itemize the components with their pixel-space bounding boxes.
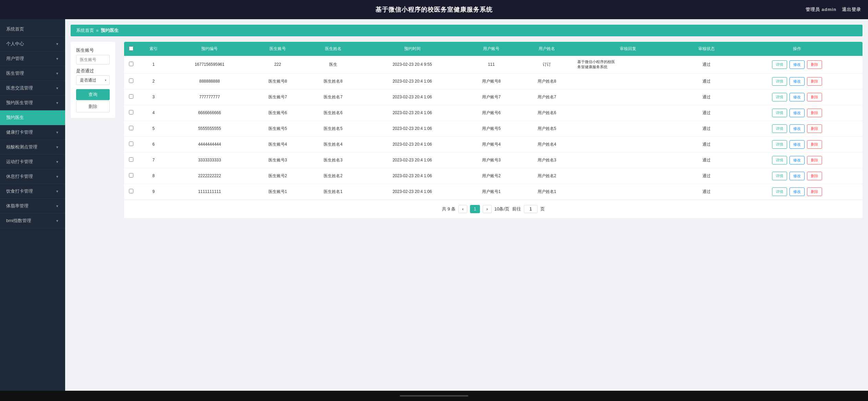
- detail-button[interactable]: 详情: [772, 93, 787, 101]
- search-button[interactable]: 查询: [76, 89, 110, 100]
- sidebar-item-nucleic-acid[interactable]: 核酸检测点管理▼: [0, 140, 65, 155]
- cell-review-content: [575, 121, 681, 136]
- row-checkbox: [124, 105, 138, 121]
- cell-review-content: 基于微信小程序的校医务室健康服务系统: [575, 56, 681, 73]
- edit-button[interactable]: 修改: [789, 156, 805, 165]
- row-select-checkbox[interactable]: [129, 62, 133, 66]
- detail-button[interactable]: 详情: [772, 140, 787, 149]
- cell-booking-time: 2023-02-23 20:4 1:06: [361, 121, 464, 136]
- doctor-no-input[interactable]: [76, 55, 110, 64]
- detail-button[interactable]: 详情: [772, 124, 787, 133]
- filter-panel: 医生账号 是否通过 是否通过通过未通过 查询 删除: [71, 42, 115, 118]
- row-select-checkbox[interactable]: [129, 173, 133, 178]
- row-select-checkbox[interactable]: [129, 157, 133, 162]
- detail-button[interactable]: 详情: [772, 77, 787, 86]
- detail-button[interactable]: 详情: [772, 109, 787, 117]
- edit-button[interactable]: 修改: [789, 77, 805, 86]
- cell-doctor-name: 医生姓名5: [305, 121, 361, 136]
- content-area: 系统首页 ≡ 预约医生 医生账号 是否通过 是否通过通过未通过 查询: [65, 19, 868, 401]
- row-checkbox: [124, 184, 138, 199]
- cell-user-name: 用户姓名2: [519, 168, 575, 184]
- cell-booking-time: 2023-02-23 20:4 1:06: [361, 152, 464, 168]
- row-select-checkbox[interactable]: [129, 94, 133, 99]
- sidebar-item-doctor-management[interactable]: 医生管理▼: [0, 66, 65, 81]
- sidebar-item-exercise-checkin[interactable]: 运动打卡管理▼: [0, 155, 65, 169]
- detail-button[interactable]: 详情: [772, 60, 787, 69]
- edit-button[interactable]: 修改: [789, 60, 805, 69]
- header-booking-no: 预约编号: [169, 42, 250, 56]
- detail-button[interactable]: 详情: [772, 156, 787, 165]
- edit-button[interactable]: 修改: [789, 93, 805, 101]
- edit-button[interactable]: 修改: [789, 172, 805, 180]
- page-1-btn[interactable]: 1: [470, 205, 480, 213]
- reset-button[interactable]: 删除: [76, 101, 110, 112]
- delete-button[interactable]: 删除: [807, 60, 822, 69]
- cell-doctor-name: 医生姓名7: [305, 89, 361, 105]
- delete-button[interactable]: 删除: [807, 172, 822, 180]
- main-content-wrapper: 医生账号 是否通过 是否通过通过未通过 查询 删除: [71, 42, 863, 200]
- cell-user-name: 用户姓名4: [519, 136, 575, 152]
- sidebar-item-appointment-doctor-mgmt[interactable]: 预约医生管理▼: [0, 96, 65, 110]
- edit-button[interactable]: 修改: [789, 187, 805, 196]
- cell-doctor-account: 医生账号3: [250, 152, 305, 168]
- logout-btn[interactable]: 退出登录: [842, 7, 861, 13]
- prev-page-btn[interactable]: ‹: [458, 205, 467, 213]
- sidebar-item-bmi-rate[interactable]: 体脂率管理▼: [0, 199, 65, 214]
- chevron-down-icon: ▼: [56, 131, 59, 134]
- edit-button[interactable]: 修改: [789, 124, 805, 133]
- sidebar-item-medical-exchange[interactable]: 医患交流管理▼: [0, 81, 65, 96]
- header-doctor-account: 医生账号: [250, 42, 305, 56]
- cell-doctor-account: 医生账号7: [250, 89, 305, 105]
- scroll-indicator[interactable]: [400, 395, 468, 397]
- sidebar-item-label: 核酸检测点管理: [6, 144, 37, 150]
- cell-review-content: [575, 73, 681, 89]
- edit-button[interactable]: 修改: [789, 140, 805, 149]
- delete-button[interactable]: 删除: [807, 124, 822, 133]
- sidebar-item-label: bmi指数管理: [6, 218, 31, 224]
- sidebar-item-system-home[interactable]: 系统首页: [0, 22, 65, 37]
- cell-user-account: 用户账号1: [463, 184, 519, 199]
- next-page-btn[interactable]: ›: [483, 205, 492, 213]
- row-checkbox: [124, 168, 138, 184]
- detail-button[interactable]: 详情: [772, 172, 787, 180]
- delete-button[interactable]: 删除: [807, 140, 822, 149]
- sidebar-item-label: 休息打卡管理: [6, 173, 33, 180]
- delete-button[interactable]: 删除: [807, 93, 822, 101]
- page-goto-input[interactable]: [524, 205, 538, 213]
- sidebar-item-label: 个人中心: [6, 41, 24, 47]
- delete-button[interactable]: 删除: [807, 156, 822, 165]
- chevron-down-icon: ▼: [56, 145, 59, 149]
- row-select-checkbox[interactable]: [129, 78, 133, 83]
- select-all-checkbox[interactable]: [129, 46, 133, 51]
- sidebar-item-diet-checkin[interactable]: 饮食打卡管理▼: [0, 184, 65, 199]
- sidebar-item-label: 饮食打卡管理: [6, 188, 33, 194]
- table-row: 9 1111111111 医生账号1 医生姓名1 2023-02-23 20:4…: [124, 184, 863, 199]
- sidebar-item-health-checkin[interactable]: 健康打卡管理▼: [0, 125, 65, 140]
- sidebar-item-personal-center[interactable]: 个人中心▼: [0, 37, 65, 51]
- row-select-checkbox[interactable]: [129, 126, 133, 130]
- cell-booking-time: 2023-02-23 20:4 1:06: [361, 184, 464, 199]
- breadcrumb-home[interactable]: 系统首页: [76, 27, 94, 34]
- sidebar-item-label: 用户管理: [6, 56, 24, 62]
- sidebar-item-rest-checkin[interactable]: 休息打卡管理▼: [0, 169, 65, 184]
- row-select-checkbox[interactable]: [129, 142, 133, 146]
- main-layout: 系统首页个人中心▼用户管理▼医生管理▼医患交流管理▼预约医生管理▼预约医生健康打…: [0, 19, 868, 401]
- row-select-checkbox[interactable]: [129, 189, 133, 193]
- row-select-checkbox[interactable]: [129, 110, 133, 114]
- sidebar-item-bmi-index[interactable]: bmi指数管理▼: [0, 214, 65, 228]
- cell-doctor-name: 医生姓名6: [305, 105, 361, 121]
- chevron-down-icon: ▼: [56, 72, 59, 75]
- sidebar-item-user-management[interactable]: 用户管理▼: [0, 51, 65, 66]
- breadcrumb-sep: ≡: [96, 28, 99, 33]
- sidebar-item-appointment-doctor[interactable]: 预约医生: [0, 110, 65, 125]
- chevron-down-icon: ▼: [56, 42, 59, 46]
- edit-button[interactable]: 修改: [789, 109, 805, 117]
- delete-button[interactable]: 删除: [807, 109, 822, 117]
- is-pass-select[interactable]: 是否通过通过未通过: [76, 75, 110, 85]
- cell-user-account: 用户账号4: [463, 136, 519, 152]
- chevron-down-icon: ▼: [56, 57, 59, 61]
- detail-button[interactable]: 详情: [772, 187, 787, 196]
- delete-button[interactable]: 删除: [807, 187, 822, 196]
- delete-button[interactable]: 删除: [807, 77, 822, 86]
- table-row: 4 6666666666 医生账号6 医生姓名6 2023-02-23 20:4…: [124, 105, 863, 121]
